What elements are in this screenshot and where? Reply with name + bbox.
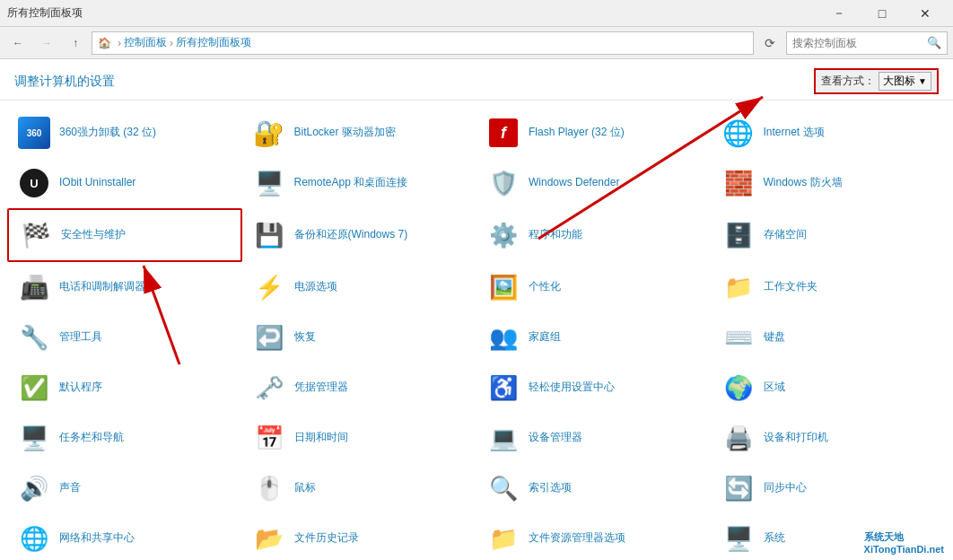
search-box: 🔍 — [786, 31, 948, 55]
item-label-item-sound: 声音 — [59, 481, 81, 495]
content-header-title: 调整计算机的设置 — [14, 74, 115, 90]
search-input[interactable] — [792, 37, 923, 49]
grid-item-item-remoteapp[interactable]: 🖥️ RemoteApp 和桌面连接 — [242, 158, 477, 208]
item-label-item-remoteapp: RemoteApp 和桌面连接 — [294, 176, 408, 190]
item-icon-item-defender: 🛡️ — [485, 165, 521, 201]
item-icon-item-taskbar: 🖥️ — [16, 420, 52, 456]
grid-item-item-network[interactable]: 🌐 网络和共享中心 — [7, 513, 242, 560]
grid-item-item-credential[interactable]: 🗝️ 凭据管理器 — [242, 363, 477, 413]
refresh-button[interactable]: ⟳ — [757, 31, 783, 56]
view-selector[interactable]: 查看方式： 大图标 ▼ — [814, 68, 939, 94]
grid-item-item-personalize[interactable]: 🖼️ 个性化 — [476, 262, 712, 312]
item-label-item-homegroup: 家庭组 — [529, 330, 561, 345]
grid-item-item-flash[interactable]: f Flash Player (32 位) — [476, 108, 712, 158]
item-label-item-network: 网络和共享中心 — [59, 531, 135, 546]
item-icon-item-restore: ↩️ — [251, 319, 287, 355]
item-icon-item-phone: 📠 — [16, 269, 52, 305]
item-icon-item-power: ⚡ — [251, 269, 287, 305]
grid-item-item-taskbar[interactable]: 🖥️ 任务栏和导航 — [7, 413, 242, 463]
grid-item-item-bitlocker[interactable]: 🔐 BitLocker 驱动器加密 — [242, 108, 477, 158]
item-label-item-bitlocker: BitLocker 驱动器加密 — [294, 126, 396, 140]
grid-item-item-printer[interactable]: 🖨️ 设备和打印机 — [712, 413, 947, 463]
grid-item-item-file-explorer[interactable]: 📁 文件资源管理器选项 — [476, 513, 712, 560]
grid-item-item-datetime[interactable]: 📅 日期和时间 — [242, 413, 477, 463]
address-path: 🏠 › 控制面板 › 所有控制面板项 — [92, 31, 754, 55]
grid-item-item-keyboard[interactable]: ⌨️ 键盘 — [712, 312, 947, 363]
content-header: 调整计算机的设置 查看方式： 大图标 ▼ — [0, 59, 953, 101]
grid-item-item-manage[interactable]: 🔧 管理工具 — [7, 312, 242, 363]
item-label-item-default: 默认程序 — [59, 381, 102, 395]
grid-item-item-region[interactable]: 🌍 区域 — [712, 363, 947, 413]
item-label-item-flash: Flash Player (32 位) — [529, 126, 625, 140]
item-label-item-credential: 凭据管理器 — [294, 381, 348, 395]
item-label-item-ease: 轻松使用设置中心 — [529, 381, 615, 395]
item-label-item-iobit: IObit Uninstaller — [59, 176, 136, 190]
grid-item-item-iobit[interactable]: U IObit Uninstaller — [7, 158, 242, 208]
grid-item-item-ease[interactable]: ♿ 轻松使用设置中心 — [476, 363, 712, 413]
item-label-item-file-history: 文件历史记录 — [294, 531, 359, 546]
item-icon-item-default: ✅ — [16, 370, 52, 406]
view-value: 大图标 — [883, 74, 915, 89]
grid-item-item-security[interactable]: 🏁 安全性与维护 — [7, 208, 242, 262]
grid-item-item-phone[interactable]: 📠 电话和调制解调器 — [7, 262, 242, 312]
forward-button[interactable]: → — [34, 31, 59, 56]
grid-item-item-power[interactable]: ⚡ 电源选项 — [242, 262, 477, 312]
maximize-button[interactable]: □ — [861, 0, 903, 27]
item-label-item-backup: 备份和还原(Windows 7) — [294, 228, 408, 242]
item-icon-item-iobit: U — [16, 165, 52, 201]
item-icon-item-homegroup: 👥 — [485, 319, 521, 355]
item-icon-item-backup: 💾 — [251, 217, 287, 253]
item-icon-item-mouse: 🖱️ — [251, 470, 287, 506]
view-dropdown[interactable]: 大图标 ▼ — [879, 72, 931, 91]
item-label-item-workfolder: 工作文件夹 — [764, 280, 817, 294]
item-icon-item-system: 🖥️ — [721, 521, 756, 556]
grid-item-item-default[interactable]: ✅ 默认程序 — [7, 363, 242, 413]
address-bar: ← → ↑ 🏠 › 控制面板 › 所有控制面板项 ⟳ 🔍 — [0, 27, 953, 59]
item-label-item-device-mgr: 设备管理器 — [529, 431, 582, 445]
grid-item-item-device-mgr[interactable]: 💻 设备管理器 — [476, 413, 712, 463]
content-area: 调整计算机的设置 查看方式： 大图标 ▼ 360 360强力卸载 (32 位) … — [0, 59, 953, 560]
item-label-item-mouse: 鼠标 — [294, 481, 316, 495]
item-icon-item-personalize: 🖼️ — [485, 269, 521, 305]
item-label-item-region: 区域 — [764, 381, 785, 395]
up-button[interactable]: ↑ — [63, 31, 88, 56]
item-label-item-defender: Windows Defender — [529, 176, 619, 190]
grid-item-item-indexing[interactable]: 🔍 索引选项 — [476, 463, 712, 513]
grid-item-item-sound[interactable]: 🔊 声音 — [7, 463, 242, 513]
item-icon-item-sync: 🔄 — [721, 470, 756, 506]
item-icon-item-manage: 🔧 — [16, 319, 52, 355]
item-label-item-storage: 存储空间 — [764, 228, 807, 242]
path-part2[interactable]: 所有控制面板项 — [176, 35, 251, 50]
home-icon: 🏠 — [98, 37, 111, 49]
item-icon-item-credential: 🗝️ — [251, 370, 287, 406]
close-button[interactable]: ✕ — [905, 0, 946, 27]
path-part1[interactable]: 控制面板 — [124, 35, 167, 50]
grid-item-item-360[interactable]: 360 360强力卸载 (32 位) — [7, 108, 242, 158]
item-label-item-sync: 同步中心 — [764, 481, 807, 495]
minimize-button[interactable]: － — [818, 0, 860, 27]
title-bar-controls: － □ ✕ — [818, 0, 946, 27]
item-icon-item-internet: 🌐 — [721, 115, 756, 151]
grid-item-item-backup[interactable]: 💾 备份和还原(Windows 7) — [242, 208, 477, 262]
back-button[interactable]: ← — [5, 31, 31, 56]
grid-item-item-mouse[interactable]: 🖱️ 鼠标 — [242, 463, 477, 513]
grid-item-item-internet[interactable]: 🌐 Internet 选项 — [712, 108, 947, 158]
grid-item-item-firewall[interactable]: 🧱 Windows 防火墙 — [712, 158, 947, 208]
grid-item-item-homegroup[interactable]: 👥 家庭组 — [476, 312, 712, 363]
grid-item-item-defender[interactable]: 🛡️ Windows Defender — [476, 158, 712, 208]
grid-item-item-programs[interactable]: ⚙️ 程序和功能 — [476, 208, 712, 262]
item-label-item-360: 360强力卸载 (32 位) — [59, 126, 156, 140]
grid-item-item-file-history[interactable]: 📂 文件历史记录 — [242, 513, 477, 560]
grid-item-item-workfolder[interactable]: 📁 工作文件夹 — [712, 262, 947, 312]
item-label-item-taskbar: 任务栏和导航 — [59, 431, 124, 445]
item-icon-item-network: 🌐 — [16, 521, 52, 556]
grid-item-item-sync[interactable]: 🔄 同步中心 — [712, 463, 947, 513]
item-label-item-power: 电源选项 — [294, 280, 337, 294]
grid-item-item-restore[interactable]: ↩️ 恢复 — [242, 312, 477, 363]
item-label-item-system: 系统 — [764, 531, 785, 546]
item-icon-item-device-mgr: 💻 — [485, 420, 521, 456]
item-label-item-file-explorer: 文件资源管理器选项 — [529, 531, 625, 546]
item-icon-item-workfolder: 📁 — [721, 269, 756, 305]
item-icon-item-region: 🌍 — [721, 370, 756, 406]
grid-item-item-storage[interactable]: 🗄️ 存储空间 — [712, 208, 947, 262]
